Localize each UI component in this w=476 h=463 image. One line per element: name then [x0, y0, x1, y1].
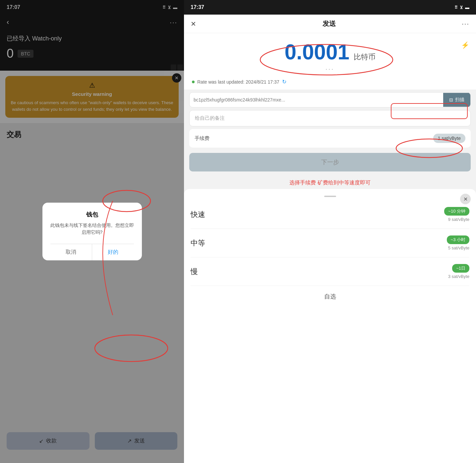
fee-option-fast-name: 快速: [191, 210, 205, 220]
send-header: ✕ 发送 ···: [184, 15, 476, 33]
dialog-confirm-button[interactable]: 好的: [92, 244, 134, 260]
fee-option-fast[interactable]: 快速 ~10 分钟 9 sat/vByte: [191, 200, 469, 229]
rate-info: Rate was last updated: 2024/8/21 17:37 ↻: [184, 76, 476, 90]
sheet-indicator: [324, 196, 336, 197]
scan-button[interactable]: ⊟ 扫描: [443, 93, 470, 107]
dialog-buttons: 取消 好的: [50, 244, 134, 260]
scan-icon: ⊟: [449, 97, 453, 102]
fee-option-medium-name: 中等: [191, 238, 205, 248]
battery-icon-right: ▬: [465, 5, 469, 10]
fee-row: 手续费 1 sat/vByte: [189, 129, 471, 148]
amount-unit: 比特币: [354, 53, 376, 61]
fee-option-custom[interactable]: 自选: [191, 286, 469, 307]
fee-option-slow-sat: 3 sat/vByte: [448, 274, 469, 279]
fee-option-medium-badge: ~3 小时: [447, 235, 469, 244]
rate-refresh-button[interactable]: ↻: [282, 79, 286, 85]
fee-option-medium-right: ~3 小时 5 sat/vByte: [447, 235, 469, 250]
send-title: 发送: [323, 19, 336, 28]
fee-annotation-text: 选择手续费 矿费给到中等速度即可: [184, 177, 476, 189]
fee-option-fast-badge: ~10 分钟: [444, 207, 469, 216]
next-button[interactable]: 下一步: [189, 153, 471, 171]
fee-value-badge[interactable]: 1 sat/vByte: [433, 134, 465, 143]
fee-option-slow-name: 慢: [191, 267, 198, 277]
dialog-overlay: 钱包 此钱包未与线下签名结合使用。您想立即启用它吗? 取消 好的: [0, 0, 184, 463]
address-input[interactable]: bc1pzl5xhugfgr086fsmc24k93lhkhl227mxe...: [190, 93, 443, 107]
fee-label: 手续费: [195, 135, 209, 142]
dialog-title: 钱包: [50, 211, 134, 219]
right-panel: 17:37 ⠿ ⊻ ▬ ✕ 发送 ··· 0.0001 比特币 ⚡ ··· Ra…: [184, 0, 476, 463]
dialog-message: 此钱包未与线下签名结合使用。您想立即启用它吗?: [50, 222, 134, 236]
fee-option-medium[interactable]: 中等 ~3 小时 5 sat/vByte: [191, 229, 469, 257]
fee-option-fast-sat: 9 sat/vByte: [444, 217, 469, 222]
fee-option-medium-sat: 5 sat/vByte: [447, 245, 469, 250]
rate-status-dot: [192, 81, 195, 83]
fee-option-slow-right: ~1日 3 sat/vByte: [448, 264, 469, 279]
fee-option-slow-badge: ~1日: [452, 264, 469, 273]
address-row: bc1pzl5xhugfgr086fsmc24k93lhkhl227mxe...…: [189, 92, 471, 107]
dialog-box: 钱包 此钱包未与线下签名结合使用。您想立即启用它吗? 取消 好的: [42, 203, 142, 260]
amount-display: 0.0001 比特币 ⚡: [192, 40, 468, 64]
status-icons-right: ⠿ ⊻ ▬: [454, 5, 469, 10]
dialog-cancel-button[interactable]: 取消: [50, 244, 92, 260]
lightning-icon[interactable]: ⚡: [461, 41, 469, 49]
signal-icon-right: ⠿: [454, 5, 458, 10]
left-panel: 17:07 ⠿ ⊻ ▬ ‹ ··· 已经导入 Watch-only 0 BTC …: [0, 0, 184, 463]
amount-section: 0.0001 比特币 ⚡ ···: [184, 33, 476, 76]
wifi-icon-right: ⊻: [460, 5, 463, 10]
fee-option-fast-right: ~10 分钟 9 sat/vByte: [444, 207, 469, 222]
fee-sheet-close-button[interactable]: ✕: [460, 194, 471, 204]
scan-label: 扫描: [455, 97, 464, 103]
status-bar-right: 17:37 ⠿ ⊻ ▬: [184, 0, 476, 15]
fee-sheet: ✕ 快速 ~10 分钟 9 sat/vByte 中等 ~3 小时 5 sat/v…: [184, 189, 476, 463]
note-input[interactable]: 给自己的备注: [189, 110, 471, 126]
amount-value: 0.0001: [284, 40, 349, 64]
time-right: 17:37: [191, 4, 204, 10]
fee-option-slow[interactable]: 慢 ~1日 3 sat/vByte: [191, 257, 469, 286]
rate-text: Rate was last updated: 2024/8/21 17:37: [197, 79, 279, 85]
send-close-button[interactable]: ✕: [191, 20, 196, 28]
send-more-button[interactable]: ···: [462, 20, 469, 28]
amount-dots: ···: [192, 66, 468, 73]
